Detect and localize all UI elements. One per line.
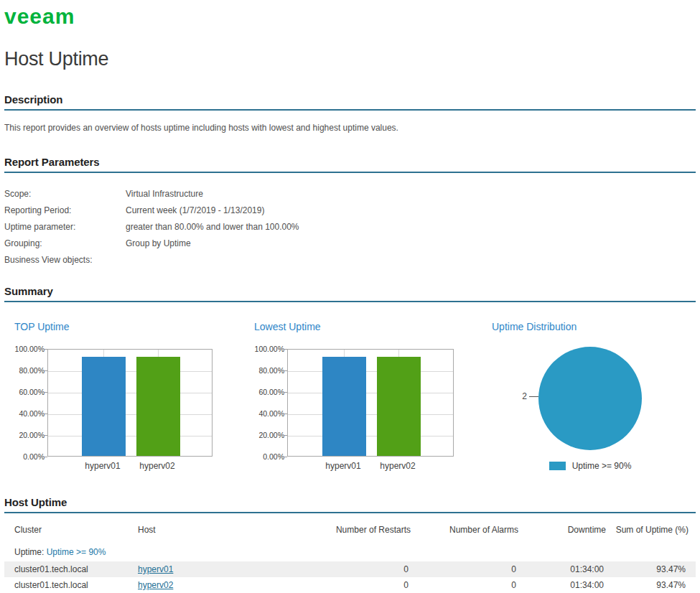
y-axis-tick-mark (284, 370, 287, 371)
y-axis-tick-mark (284, 414, 287, 414)
legend-item: Uptime >= 90% (549, 461, 632, 471)
column-header-host: Host (138, 515, 303, 542)
param-label: Reporting Period: (4, 205, 126, 215)
pie-callout-value: 2 (522, 391, 527, 401)
param-row-scope: Scope: Virtual Infrastructure (4, 185, 696, 202)
chart-title: TOP Uptime (14, 321, 213, 332)
legend-swatch (549, 462, 566, 470)
section-heading-report-parameters: Report Parameters (4, 156, 696, 173)
param-value: Group by Uptime (126, 238, 191, 248)
group-row: Uptime: Uptime >= 90% (4, 542, 696, 561)
description-text: This report provides an overview of host… (4, 123, 696, 133)
cell-downtime: 01:34:00 (518, 561, 606, 577)
cell-uptime: 93.47% (606, 561, 696, 577)
top-uptime-chart: TOP Uptime 0.00%20.00%40.00%60.00%80.00%… (13, 321, 213, 482)
y-axis-tick-mark (45, 349, 47, 350)
pie-callout-line (529, 396, 538, 397)
pie-legend: Uptime >= 90% (490, 461, 690, 471)
gridline-horizontal (288, 371, 453, 372)
legend-label: Uptime >= 90% (572, 461, 632, 471)
gridline-horizontal (48, 371, 212, 372)
y-axis-tick-label: 80.00% (253, 366, 284, 375)
y-axis-tick-label: 20.00% (13, 431, 45, 439)
lowest-uptime-bar-chart: 0.00%20.00%40.00%60.00%80.00%100.00%hype… (253, 344, 454, 482)
report-page: veeam Host Uptime Description This repor… (0, 0, 700, 593)
y-axis-tick-label: 60.00% (13, 388, 45, 396)
param-row-reporting-period: Reporting Period: Current week (1/7/2019… (4, 202, 696, 218)
param-value: greater than 80.00% and lower than 100.0… (126, 222, 299, 232)
column-header-number-of-restarts: Number of Restarts (303, 515, 411, 542)
x-axis-category-label: hyperv02 (365, 461, 430, 471)
x-axis-category-label: hyperv02 (125, 461, 190, 471)
cell-alarms: 0 (411, 561, 518, 577)
param-label: Uptime parameter: (4, 222, 126, 232)
y-axis-tick-label: 100.00% (253, 345, 284, 353)
pie-chart-circle (538, 347, 642, 450)
param-row-uptime-parameter: Uptime parameter: greater than 80.00% an… (4, 218, 696, 235)
y-axis-tick-label: 20.00% (253, 431, 284, 439)
cell-downtime: 01:34:00 (518, 577, 606, 593)
param-label: Scope: (4, 189, 126, 199)
y-axis-tick-label: 0.00% (13, 452, 45, 461)
table-row: cluster01.tech.local hyperv02 0 0 01:34:… (4, 577, 696, 593)
bar-chart-plot-area (47, 349, 213, 457)
y-axis-tick-mark (284, 392, 287, 393)
y-axis-tick-mark (284, 349, 287, 350)
param-value: Virtual Infrastructure (126, 189, 203, 199)
column-header-downtime: Downtime (518, 515, 606, 542)
cell-host-link[interactable]: hyperv01 (138, 564, 173, 574)
gridline-horizontal (288, 436, 453, 436)
table-row: cluster01.tech.local hyperv01 0 0 01:34:… (4, 561, 696, 577)
section-heading-summary: Summary (4, 285, 696, 302)
y-axis-tick-mark (45, 370, 47, 371)
gridline-horizontal (288, 414, 453, 415)
group-value: Uptime >= 90% (47, 547, 106, 557)
param-label: Grouping: (4, 238, 126, 248)
cell-uptime: 93.47% (606, 577, 696, 593)
cell-host-link[interactable]: hyperv02 (138, 580, 173, 590)
section-heading-description: Description (4, 93, 696, 111)
chart-title: Uptime Distribution (492, 321, 690, 332)
chart-title: Lowest Uptime (254, 321, 454, 332)
param-label: Business View objects: (4, 255, 126, 265)
uptime-distribution-chart: Uptime Distribution 2Uptime >= 90% (490, 321, 690, 482)
cell-restarts: 0 (303, 561, 411, 577)
summary-charts: TOP Uptime 0.00%20.00%40.00%60.00%80.00%… (4, 321, 696, 482)
y-axis-tick-mark (284, 435, 287, 436)
y-axis-tick-mark (45, 435, 47, 436)
param-row-grouping: Grouping: Group by Uptime (4, 235, 696, 251)
column-header-sum-of-uptime: Sum of Uptime (%) (606, 515, 696, 542)
pie-callout: 2 (522, 391, 538, 401)
uptime-distribution-pie-chart: 2Uptime >= 90% (490, 344, 690, 482)
host-uptime-table: Cluster Host Number of Restarts Number o… (4, 515, 696, 593)
bar-hyperv02 (377, 357, 421, 456)
bar-chart-plot-area (287, 349, 454, 457)
gridline-horizontal (288, 393, 453, 393)
y-axis-tick-mark (45, 457, 47, 457)
y-axis-tick-label: 100.00% (13, 345, 45, 353)
table-header-row: Cluster Host Number of Restarts Number o… (4, 515, 696, 542)
lowest-uptime-chart: Lowest Uptime 0.00%20.00%40.00%60.00%80.… (253, 321, 454, 482)
group-label: Uptime: (14, 547, 44, 557)
cell-cluster: cluster01.tech.local (4, 577, 138, 593)
param-value: Current week (1/7/2019 - 1/13/2019) (126, 205, 264, 215)
cell-alarms: 0 (411, 577, 518, 593)
section-heading-host-uptime: Host Uptime (4, 496, 696, 513)
y-axis-tick-label: 80.00% (13, 366, 45, 375)
y-axis-tick-label: 40.00% (253, 409, 284, 418)
y-axis-tick-label: 0.00% (253, 452, 284, 461)
column-header-cluster: Cluster (4, 515, 138, 542)
veeam-logo: veeam (4, 4, 696, 28)
page-title: Host Uptime (4, 48, 696, 70)
gridline-horizontal (48, 414, 212, 415)
bar-hyperv01 (82, 357, 126, 456)
y-axis-tick-mark (284, 457, 287, 457)
gridline-horizontal (48, 436, 212, 436)
column-header-number-of-alarms: Number of Alarms (411, 515, 518, 542)
top-uptime-bar-chart: 0.00%20.00%40.00%60.00%80.00%100.00%hype… (13, 344, 213, 482)
y-axis-tick-mark (45, 392, 47, 393)
param-row-business-view-objects: Business View objects: (4, 251, 696, 268)
gridline-horizontal (48, 393, 212, 393)
bar-hyperv02 (136, 357, 180, 456)
y-axis-tick-label: 60.00% (253, 388, 284, 396)
